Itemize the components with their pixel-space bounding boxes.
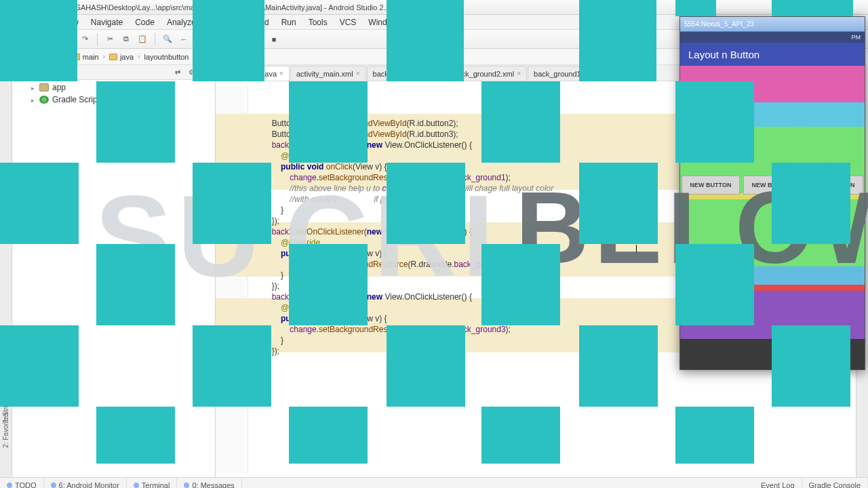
find-icon[interactable]: 🔍 [161, 33, 174, 46]
project-panel-title: Project Files [18, 68, 59, 77]
editor-tab[interactable]: activity_main.xml× [290, 66, 366, 81]
separator [56, 33, 56, 45]
menu-window[interactable]: Window [363, 16, 403, 28]
project-panel: Project Files ⇄ ⚙ — ▸app▸Gradle Scripts [12, 65, 216, 477]
editor-tab[interactable]: back_ground3.xml× [367, 66, 447, 81]
menu-file[interactable]: File [4, 16, 28, 28]
attach-icon[interactable]: ⬇ [251, 33, 264, 46]
close-icon[interactable]: × [436, 70, 440, 77]
emulator-background [680, 66, 865, 369]
paste-icon[interactable]: 📋 [136, 33, 149, 46]
close-icon[interactable]: × [517, 70, 521, 77]
breadcrumb-item[interactable]: main [68, 53, 103, 61]
hide-icon[interactable]: — [200, 68, 210, 77]
tree-node[interactable]: ▸Gradle Scripts [15, 94, 212, 106]
emulator-status-bar: PM [680, 32, 865, 43]
menu-navigate[interactable]: Navigate [85, 16, 128, 28]
status-right: PM [852, 34, 861, 41]
redo-icon[interactable]: ↷ [78, 33, 92, 46]
sync-icon[interactable]: 🔄 [37, 33, 50, 46]
editor-tab[interactable]: back_ground1.xml× [528, 66, 608, 81]
separator [97, 33, 98, 45]
tree-node[interactable]: ▸app [15, 81, 212, 94]
settings-icon[interactable]: ⚙ [186, 68, 196, 77]
copy-icon[interactable]: ⧉ [119, 33, 133, 46]
close-icon[interactable]: × [356, 70, 360, 77]
emulator-app-bar: Layout n Button [680, 43, 865, 66]
emulator-button[interactable]: NEW BUTTON [743, 176, 802, 195]
tool-window-button[interactable]: Gradle Console [802, 478, 868, 488]
run-icon[interactable]: ▶ [218, 33, 232, 46]
back-icon[interactable]: ← [177, 33, 191, 46]
separator [212, 33, 213, 45]
breadcrumb-item[interactable]: app [3, 53, 34, 61]
menu-build[interactable]: Build [245, 16, 275, 28]
project-panel-header: Project Files ⇄ ⚙ — [12, 65, 215, 80]
editor-tab[interactable]: MainActivity.java× [216, 66, 290, 81]
dock-favorites[interactable]: 2: Favorites [2, 412, 9, 447]
tool-window-button[interactable]: Terminal [127, 478, 178, 488]
undo-icon[interactable]: ↶ [62, 33, 75, 46]
fwd-icon[interactable]: → [193, 33, 207, 46]
close-icon[interactable]: × [279, 70, 283, 77]
breadcrumb-item[interactable]: src [37, 53, 66, 61]
tool-window-button[interactable]: Event Log [754, 478, 802, 488]
breadcrumb-item[interactable]: MainActivity [195, 53, 243, 61]
separator [155, 33, 155, 45]
emulator-screen[interactable]: NEW BUTTONNEW BUTTONNEW BUTTON [680, 66, 865, 369]
menu-analyze[interactable]: Analyze [161, 16, 201, 28]
menu-vcs[interactable]: VCS [334, 16, 362, 28]
emulator-title: 5554:Nexus_5_API_23 [680, 17, 865, 32]
cut-icon[interactable]: ✂ [103, 33, 117, 46]
close-icon[interactable]: × [597, 70, 601, 77]
menu-code[interactable]: Code [130, 16, 160, 28]
collapse-icon[interactable]: ⇄ [173, 68, 182, 77]
emulator-window[interactable]: 5554:Nexus_5_API_23 PM Layout n Button N… [679, 16, 865, 370]
menu-refactor[interactable]: Refactor [203, 16, 244, 28]
bottom-panel: TODO6: Android MonitorTerminal0: Message… [0, 477, 868, 488]
open-icon[interactable]: 📂 [4, 33, 18, 46]
emulator-button[interactable]: NEW BUTTON [805, 176, 863, 195]
menu-tools[interactable]: Tools [303, 16, 333, 28]
title-path: Lay... - [C:\Users\OMGAHASH\Desktop\Lay.… [5, 3, 396, 12]
menu-view[interactable]: View [56, 16, 84, 28]
stop-icon[interactable]: ■ [267, 33, 281, 46]
debug-icon[interactable]: 🐞 [235, 33, 248, 46]
save-icon[interactable]: 💾 [20, 33, 34, 46]
tool-window-button[interactable]: TODO [0, 478, 44, 488]
breadcrumb-item[interactable]: java [105, 53, 138, 61]
left-dock: 1: Project 7: Structure 2: Favorites [0, 65, 12, 477]
editor-tab[interactable]: back_ground2.xml× [447, 66, 527, 81]
emulator-button[interactable]: NEW BUTTON [682, 176, 740, 195]
tool-window-button[interactable]: 6: Android Monitor [44, 478, 127, 488]
menu-edit[interactable]: Edit [29, 16, 54, 28]
breadcrumb-item[interactable]: layoutnbutton [140, 53, 193, 61]
menu-run[interactable]: Run [276, 16, 302, 28]
menu-help[interactable]: Help [404, 16, 432, 28]
title-bar: Lay... - [C:\Users\OMGAHASH\Desktop\Lay.… [0, 0, 868, 15]
tool-window-button[interactable]: 0: Messages [177, 478, 241, 488]
project-tree[interactable]: ▸app▸Gradle Scripts [12, 80, 215, 477]
app-title: Layout n Button [688, 49, 760, 60]
